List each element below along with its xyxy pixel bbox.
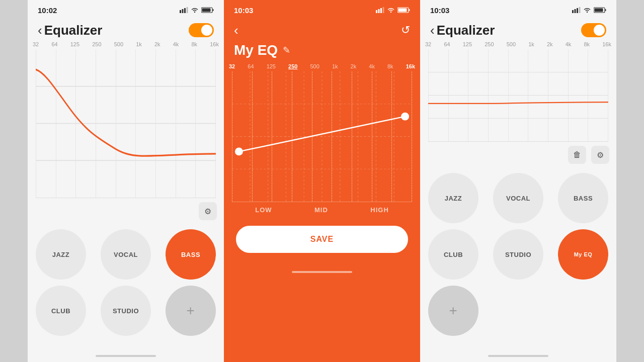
settings-icon-left: ⚙: [204, 207, 211, 216]
eq-dot-right[interactable]: [401, 113, 409, 121]
signal-icon-left: [180, 7, 188, 13]
eq-curve-svg-middle: [232, 71, 412, 202]
back-button-middle[interactable]: ‹: [234, 24, 238, 37]
battery-icon-left: [201, 7, 214, 13]
eq-chart-right[interactable]: [428, 49, 608, 142]
delete-button-right[interactable]: 🗑: [568, 146, 586, 164]
svg-rect-6: [202, 9, 211, 12]
band-low: LOW: [255, 206, 272, 214]
back-button-left[interactable]: ‹: [38, 24, 42, 37]
page-title-left: Equalizer: [42, 23, 189, 38]
freq-labels-right: 32 64 125 250 500 1k 2k 4k 8k 16k: [420, 40, 616, 49]
svg-point-15: [390, 12, 391, 13]
preset-studio-left[interactable]: STUDIO: [101, 286, 151, 336]
band-labels: LOW MID HIGH: [224, 202, 420, 218]
freq-labels-middle: 32 64 125 250 500 1k 2k 4k 8k 16k: [224, 62, 420, 71]
svg-rect-14: [383, 7, 384, 13]
presets-section-right: JAZZ VOCAL BASS CLUB STUDIO My EQ +: [420, 168, 616, 352]
eq-chart-left[interactable]: [36, 49, 216, 198]
svg-rect-39: [605, 9, 606, 11]
save-section: SAVE: [224, 218, 420, 268]
battery-icon-right: [594, 7, 606, 13]
preset-club-right[interactable]: CLUB: [428, 229, 478, 280]
preset-jazz-right[interactable]: JAZZ: [428, 173, 478, 223]
svg-rect-17: [398, 9, 407, 12]
status-icons-left: [180, 7, 214, 13]
add-preset-button-left[interactable]: +: [166, 286, 216, 336]
svg-rect-38: [595, 9, 603, 12]
screen-left: 10:02: [28, 0, 224, 362]
time-right: 10:03: [430, 6, 449, 15]
preset-studio-right[interactable]: STUDIO: [493, 229, 543, 280]
preset-bass-left[interactable]: BASS: [166, 229, 216, 280]
settings-icon-right: ⚙: [597, 150, 604, 160]
svg-rect-18: [409, 9, 410, 11]
preset-club-left[interactable]: CLUB: [36, 286, 86, 336]
home-indicator-left: [28, 352, 224, 362]
band-mid: MID: [314, 206, 328, 214]
signal-icon-right: [572, 7, 581, 13]
status-icons-right: [572, 7, 606, 13]
freq-labels-left: 32 64 125 250 500 1k 2k 4k 8k 16k: [28, 40, 224, 49]
svg-line-31: [239, 117, 405, 152]
wifi-icon-left: [191, 7, 199, 13]
svg-rect-1: [182, 9, 184, 13]
wifi-icon-right: [583, 7, 591, 13]
svg-rect-2: [184, 8, 186, 13]
preset-vocal-left[interactable]: VOCAL: [101, 229, 151, 280]
settings-button-right[interactable]: ⚙: [591, 146, 609, 164]
eq-title-row: My EQ ✎: [224, 40, 420, 62]
back-button-right[interactable]: ‹: [430, 24, 435, 37]
band-high: HIGH: [370, 206, 389, 214]
eq-curve-svg-right: [428, 49, 608, 141]
preset-myeq-right[interactable]: My EQ: [558, 229, 608, 280]
nav-bar-right: ‹ Equalizer: [420, 18, 616, 40]
nav-bar-left: ‹ Equalizer: [28, 18, 224, 40]
settings-row-left: ⚙: [28, 198, 224, 224]
page-title-right: Equalizer: [435, 23, 581, 38]
presets-row3-right: +: [428, 286, 608, 336]
eq-chart-middle[interactable]: [232, 71, 412, 202]
svg-rect-3: [187, 7, 188, 13]
home-indicator-right: [420, 352, 616, 362]
nav-bar-middle: ‹ ↺: [224, 18, 420, 40]
home-bar-left: [96, 355, 156, 357]
status-bar-right: 10:03: [420, 0, 616, 18]
screen-right: 10:03: [420, 0, 616, 362]
eq-title: My EQ: [234, 42, 278, 58]
preset-bass-right[interactable]: BASS: [558, 173, 608, 223]
presets-row1-left: JAZZ VOCAL BASS: [36, 229, 216, 280]
status-bar-middle: 10:03: [224, 0, 420, 18]
svg-rect-12: [378, 9, 380, 13]
add-preset-button-right[interactable]: +: [428, 286, 478, 336]
delete-icon-right: 🗑: [573, 150, 581, 159]
presets-row1-right: JAZZ VOCAL BASS: [428, 173, 608, 223]
signal-icon-middle: [376, 7, 384, 13]
time-middle: 10:03: [234, 6, 253, 15]
reset-button-middle[interactable]: ↺: [401, 24, 410, 37]
svg-rect-11: [376, 10, 377, 13]
presets-row2-right: CLUB STUDIO My EQ: [428, 229, 608, 280]
svg-rect-33: [575, 9, 576, 13]
home-indicator-middle: [224, 268, 420, 278]
preset-vocal-right[interactable]: VOCAL: [493, 173, 543, 223]
svg-point-36: [587, 12, 588, 13]
equalizer-toggle-left[interactable]: [189, 23, 214, 37]
status-icons-middle: [376, 7, 410, 13]
save-button[interactable]: SAVE: [236, 226, 408, 253]
equalizer-toggle-right[interactable]: [581, 23, 606, 37]
screen-middle: 10:03: [224, 0, 420, 362]
svg-point-4: [194, 12, 195, 13]
status-bar-left: 10:02: [28, 0, 224, 18]
wifi-icon-middle: [387, 7, 395, 13]
eq-dot-left[interactable]: [235, 147, 243, 155]
edit-icon[interactable]: ✎: [283, 45, 290, 56]
settings-row-right: 🗑 ⚙: [420, 142, 616, 168]
svg-rect-13: [380, 8, 382, 13]
presets-section-left: JAZZ VOCAL BASS CLUB STUDIO +: [28, 224, 224, 352]
svg-rect-32: [572, 10, 574, 13]
home-bar-middle: [292, 271, 352, 273]
preset-jazz-left[interactable]: JAZZ: [36, 229, 86, 280]
svg-rect-0: [180, 10, 181, 13]
settings-button-left[interactable]: ⚙: [199, 202, 217, 220]
